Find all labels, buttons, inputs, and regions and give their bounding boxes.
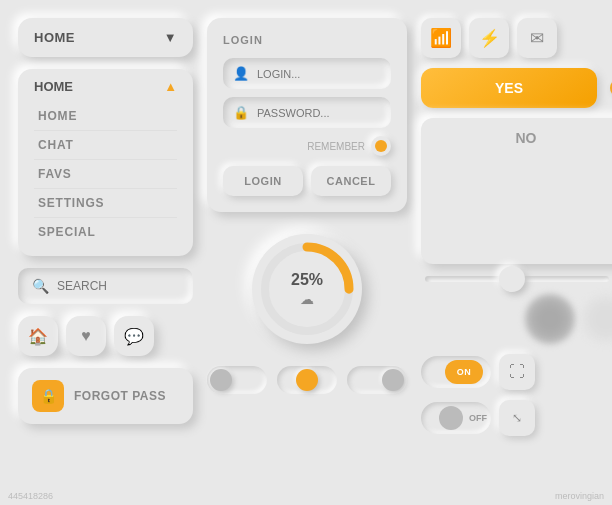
toggles-row bbox=[207, 366, 407, 394]
toggle-off-knob bbox=[439, 406, 463, 430]
toggle-on-button[interactable]: ON bbox=[421, 356, 491, 388]
slider-row bbox=[421, 274, 612, 284]
cloud-icon: ☁ bbox=[291, 291, 323, 307]
home-button[interactable]: 🏠 bbox=[18, 316, 58, 356]
no-button[interactable]: NO bbox=[421, 118, 612, 264]
chat-icon: 💬 bbox=[124, 327, 144, 346]
dropdown-closed-label: HOME bbox=[34, 30, 75, 45]
toggle-gray-right[interactable] bbox=[347, 366, 407, 394]
menu-title: HOME bbox=[34, 79, 73, 94]
toggle-knob-gray-left bbox=[210, 369, 232, 391]
compress-button[interactable]: ⤡ bbox=[499, 400, 535, 436]
cancel-button[interactable]: CANCEL bbox=[311, 166, 391, 196]
toggle-knob-orange-mid bbox=[296, 369, 318, 391]
sidebar-item-home[interactable]: HOME bbox=[34, 102, 177, 131]
dot-indicator bbox=[607, 76, 612, 100]
blur-area bbox=[421, 294, 612, 344]
remember-toggle[interactable] bbox=[371, 136, 391, 156]
remember-label: REMEMBER bbox=[307, 141, 365, 152]
sidebar-column: HOME ▼ HOME ▲ HOME CHAT FAVS SETTINGS SP… bbox=[18, 18, 193, 436]
search-input[interactable] bbox=[57, 279, 179, 293]
blur-circle-dark bbox=[525, 294, 575, 344]
wifi-button[interactable]: 📶 bbox=[421, 18, 461, 58]
search-box: 🔍 bbox=[18, 268, 193, 304]
login-button[interactable]: LOGIN bbox=[223, 166, 303, 196]
password-field-group: 🔒 bbox=[223, 97, 391, 128]
remember-row: REMEMBER bbox=[223, 136, 391, 156]
login-buttons-row: LOGIN CANCEL bbox=[223, 166, 391, 196]
off-label: OFF bbox=[469, 413, 487, 423]
search-icon: 🔍 bbox=[32, 278, 49, 294]
slider-track bbox=[425, 276, 609, 282]
nav-menu: HOME ▲ HOME CHAT FAVS SETTINGS SPECIAL bbox=[18, 69, 193, 256]
dropdown-closed[interactable]: HOME ▼ bbox=[18, 18, 193, 57]
progress-label: 25% ☁ bbox=[291, 271, 323, 307]
toggle-knob-gray-right bbox=[382, 369, 404, 391]
username-field-group: 👤 bbox=[223, 58, 391, 89]
forgot-password-button[interactable]: 🔒 FORGOT PASS bbox=[18, 368, 193, 424]
remember-toggle-inner bbox=[375, 140, 387, 152]
sidebar-item-settings[interactable]: SETTINGS bbox=[34, 189, 177, 218]
toggle-orange-mid[interactable] bbox=[277, 366, 337, 394]
chat-button[interactable]: 💬 bbox=[114, 316, 154, 356]
heart-button[interactable]: ♥ bbox=[66, 316, 106, 356]
home-icon: 🏠 bbox=[28, 327, 48, 346]
user-icon: 👤 bbox=[233, 66, 249, 81]
login-panel: LOGIN 👤 🔒 REMEMBER LOGIN bbox=[207, 18, 407, 212]
toggle-on-track: ON bbox=[425, 360, 487, 384]
action-icons-row: 🏠 ♥ 💬 bbox=[18, 316, 193, 356]
mail-icon: ✉ bbox=[530, 28, 544, 49]
on-off-row: ON ⛶ bbox=[421, 354, 612, 390]
bluetooth-button[interactable]: ⚡ bbox=[469, 18, 509, 58]
lock-icon: 🔒 bbox=[32, 380, 64, 412]
slider-knob[interactable] bbox=[499, 266, 525, 292]
yes-button[interactable]: YES bbox=[421, 68, 597, 108]
heart-icon: ♥ bbox=[81, 327, 91, 345]
mail-button[interactable]: ✉ bbox=[517, 18, 557, 58]
login-title: LOGIN bbox=[223, 34, 391, 46]
chevron-down-icon: ▼ bbox=[164, 30, 177, 45]
progress-percent: 25% bbox=[291, 271, 323, 288]
lock-input-icon: 🔒 bbox=[233, 105, 249, 120]
yes-no-row: YES bbox=[421, 68, 612, 108]
on-label: ON bbox=[457, 367, 472, 377]
expand-button[interactable]: ⛶ bbox=[499, 354, 535, 390]
toggle-off-button[interactable]: OFF bbox=[421, 402, 491, 434]
username-input[interactable] bbox=[257, 68, 381, 80]
toggle-gray-left[interactable] bbox=[207, 366, 267, 394]
controls-column: 📶 ⚡ ✉ YES NO bbox=[421, 18, 612, 436]
expand-icon: ⛶ bbox=[509, 363, 525, 381]
bluetooth-icon: ⚡ bbox=[479, 28, 500, 49]
password-input[interactable] bbox=[257, 107, 381, 119]
menu-header: HOME ▲ bbox=[34, 79, 177, 94]
sidebar-item-chat[interactable]: CHAT bbox=[34, 131, 177, 160]
stock-number: 445418286 bbox=[8, 491, 53, 501]
chevron-up-icon: ▲ bbox=[164, 79, 177, 94]
watermark: merovingian bbox=[555, 491, 604, 501]
wifi-icon: 📶 bbox=[430, 27, 452, 49]
off-row: OFF ⤡ bbox=[421, 400, 612, 436]
sidebar-item-favs[interactable]: FAVS bbox=[34, 160, 177, 189]
progress-area: 25% ☁ bbox=[207, 224, 407, 354]
top-icons-row: 📶 ⚡ ✉ bbox=[421, 18, 612, 58]
forgot-pass-label: FORGOT PASS bbox=[74, 389, 166, 403]
compress-icon: ⤡ bbox=[512, 411, 522, 425]
blur-circle-light bbox=[581, 294, 612, 344]
sidebar-item-special[interactable]: SPECIAL bbox=[34, 218, 177, 246]
toggle-on-knob: ON bbox=[445, 360, 483, 384]
login-column: LOGIN 👤 🔒 REMEMBER LOGIN bbox=[207, 18, 407, 436]
